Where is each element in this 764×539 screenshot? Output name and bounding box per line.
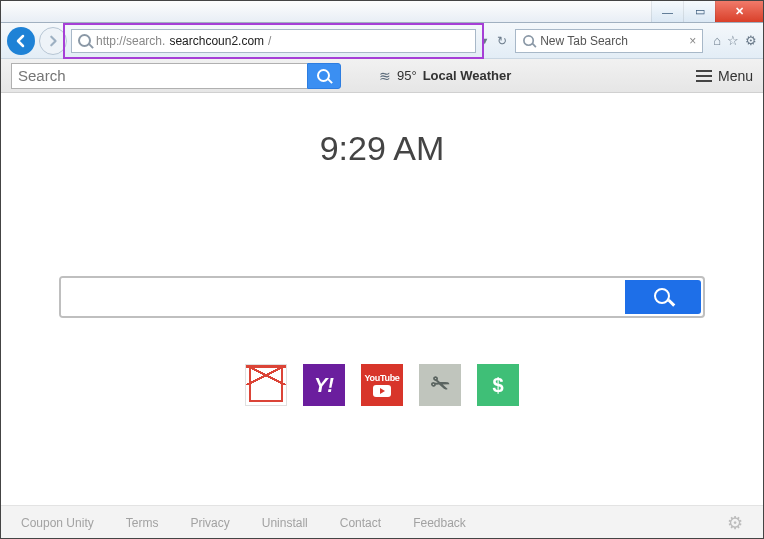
refresh-button[interactable]: ↻ (497, 34, 507, 48)
search-icon (78, 34, 92, 48)
tab-close-button[interactable]: × (689, 34, 696, 48)
toolbar-search (11, 63, 341, 89)
browser-tab[interactable]: New Tab Search × (515, 29, 703, 53)
tools-icon[interactable]: ⚙ (745, 33, 757, 48)
toolbar-search-input[interactable] (11, 63, 307, 89)
menu-label: Menu (718, 68, 753, 84)
footer-link[interactable]: Uninstall (262, 516, 308, 530)
youtube-icon (373, 385, 391, 397)
footer-link[interactable]: Contact (340, 516, 381, 530)
search-icon (654, 288, 672, 306)
arrow-right-icon (47, 35, 59, 47)
weather-widget[interactable]: ≋ 95° Local Weather (379, 68, 511, 84)
browser-nav-bar: http://search.searchcoun2.com/ ▼ ↻ New T… (1, 23, 763, 59)
clock-display: 9:29 AM (31, 129, 733, 168)
window-close-button[interactable]: ✕ (715, 1, 763, 22)
weather-label: Local Weather (423, 68, 512, 83)
weather-icon: ≋ (379, 68, 391, 84)
weather-temp: 95° (397, 68, 417, 83)
youtube-label: YouTube (364, 374, 399, 383)
yahoo-icon: Y! (314, 374, 334, 397)
url-text-prefix: http://search. (96, 34, 165, 48)
dollar-icon: $ (492, 374, 503, 397)
main-content: 9:29 AM Y! YouTube ✂ $ (1, 93, 763, 505)
arrow-left-icon (14, 34, 28, 48)
footer-link[interactable]: Coupon Unity (21, 516, 94, 530)
back-button[interactable] (7, 27, 35, 55)
address-bar[interactable]: http://search.searchcoun2.com/ (71, 29, 476, 53)
main-search-button[interactable] (625, 280, 701, 314)
page-toolbar: ≋ 95° Local Weather Menu (1, 59, 763, 93)
dropdown-icon[interactable]: ▼ (480, 36, 489, 46)
favorites-icon[interactable]: ☆ (727, 33, 739, 48)
main-search (59, 276, 705, 318)
window-maximize-button[interactable]: ▭ (683, 1, 715, 22)
tile-youtube[interactable]: YouTube (361, 364, 403, 406)
tile-coupons[interactable]: ✂ (419, 364, 461, 406)
window-minimize-button[interactable]: — (651, 1, 683, 22)
url-text-suffix: / (268, 34, 271, 48)
forward-button[interactable] (39, 27, 67, 55)
footer-link[interactable]: Terms (126, 516, 159, 530)
home-icon[interactable]: ⌂ (713, 33, 721, 48)
settings-gear-icon[interactable]: ⚙ (727, 512, 743, 534)
main-search-input[interactable] (61, 278, 623, 316)
tile-yahoo[interactable]: Y! (303, 364, 345, 406)
search-icon (317, 69, 331, 83)
quick-links: Y! YouTube ✂ $ (31, 364, 733, 406)
tile-gmail[interactable] (245, 364, 287, 406)
address-bar-icons: ▼ ↻ (480, 34, 507, 48)
tile-money[interactable]: $ (477, 364, 519, 406)
hamburger-icon (696, 70, 712, 82)
window-titlebar: — ▭ ✕ (1, 1, 763, 23)
footer-link[interactable]: Privacy (190, 516, 229, 530)
gmail-icon (246, 365, 286, 405)
search-icon (523, 35, 535, 47)
menu-button[interactable]: Menu (696, 68, 753, 84)
toolbar-search-button[interactable] (307, 63, 341, 89)
tab-title: New Tab Search (540, 34, 628, 48)
footer: Coupon Unity Terms Privacy Uninstall Con… (1, 505, 763, 539)
footer-link[interactable]: Feedback (413, 516, 466, 530)
url-text-domain: searchcoun2.com (169, 34, 264, 48)
scissors-icon: ✂ (427, 370, 453, 401)
